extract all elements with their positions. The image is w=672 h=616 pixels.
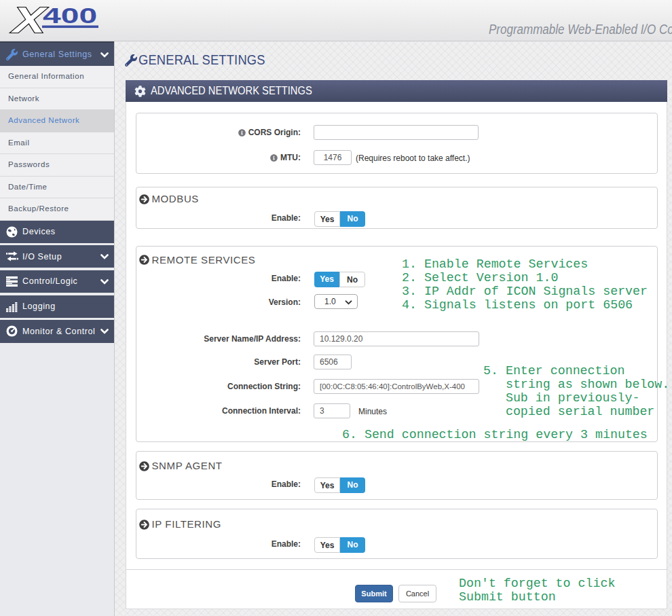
svg-text:400: 400 <box>43 4 97 28</box>
